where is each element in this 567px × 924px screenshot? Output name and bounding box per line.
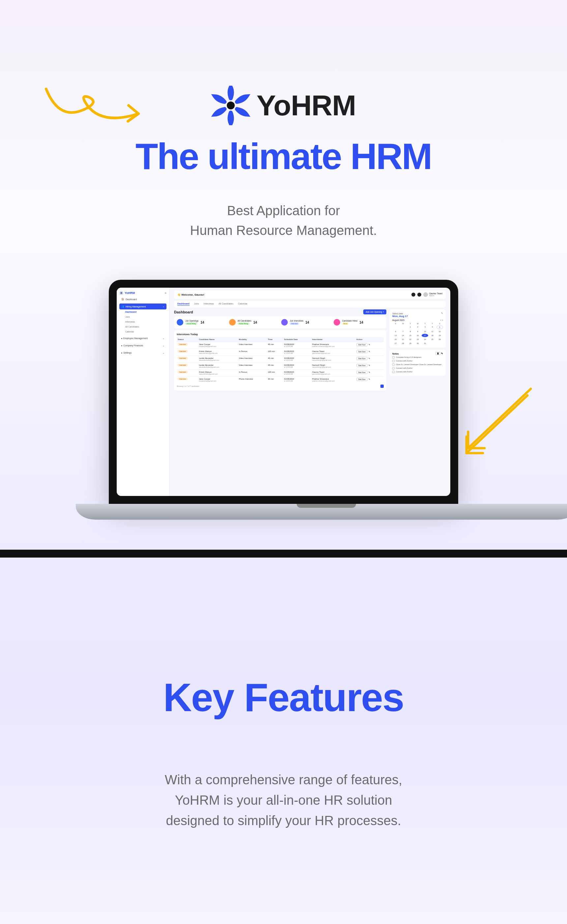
calendar-day[interactable]: 24 (422, 338, 428, 341)
svg-point-0 (227, 102, 235, 110)
checkbox-icon[interactable] (392, 371, 395, 373)
calendar-day[interactable]: 19 (436, 334, 443, 337)
note-item: Connect with Anshul (392, 367, 443, 369)
start-now-button[interactable]: Start Now (356, 350, 368, 353)
start-now-button[interactable]: Start Now (356, 371, 368, 374)
calendar-day[interactable]: 5 (436, 325, 443, 329)
hero-subhead: Best Application for Human Resource Mana… (0, 201, 567, 240)
calendar-day[interactable]: 9 (414, 330, 421, 333)
edit-icon[interactable]: ✎ (368, 364, 370, 366)
calendar-day[interactable]: 30 (414, 342, 421, 345)
sidebar-subitem[interactable]: Calendar (119, 329, 167, 334)
calendar-day[interactable]: 7 (400, 330, 406, 333)
calendar-day[interactable]: 13 (392, 334, 399, 337)
edit-icon[interactable]: ✎ (441, 312, 443, 315)
sidebar-subitem[interactable]: All Candidates (119, 324, 167, 329)
checkbox-icon[interactable] (392, 356, 395, 358)
tab[interactable]: Interviews (203, 303, 214, 306)
calendar-day[interactable]: 21 (400, 338, 406, 341)
table-header: Status (177, 337, 198, 342)
features-desc-line: YoHRM is your all-in-one HR solution (175, 793, 392, 807)
checkbox-icon[interactable] (392, 367, 395, 369)
table-title: Interviews Today (177, 333, 384, 336)
topbar-icon[interactable] (417, 292, 421, 297)
cal-next[interactable]: › (442, 319, 443, 321)
calendar-day[interactable]: 31 (422, 342, 428, 345)
calendar-selected-date: Mon, Aug 17 (392, 315, 443, 318)
calendar-day[interactable]: 10 (422, 330, 428, 333)
stat-icon (177, 319, 183, 326)
calendar-dow: W (414, 322, 421, 325)
pager-button[interactable] (381, 384, 384, 388)
calendar-day[interactable]: 28 (400, 342, 406, 345)
notes-action[interactable]: 🗑 (435, 352, 441, 355)
edit-icon[interactable]: ✎ (441, 352, 443, 355)
calendar-day[interactable]: 26 (436, 338, 443, 341)
add-job-button[interactable]: Add Job Opening + (363, 309, 387, 314)
sidebar-subitem[interactable]: Jobs (119, 314, 167, 320)
calendar-day[interactable]: 22 (407, 338, 414, 341)
stat-icon (281, 319, 288, 326)
sidebar-subitem[interactable]: Dashboard (119, 309, 167, 314)
sidebar-subitem[interactable]: Interviews (119, 320, 167, 324)
edit-icon[interactable]: ✎ (368, 357, 370, 360)
calendar-day[interactable]: 15 (407, 334, 414, 337)
calendar-day (400, 325, 406, 329)
notes-title: Notes (392, 352, 399, 355)
tab[interactable]: Jobs (194, 303, 199, 306)
start-now-button[interactable]: Start Now (356, 378, 368, 381)
table-row: InterviewKristin Watsonwatsonkristin@gma… (177, 349, 384, 356)
calendar-day[interactable]: 1 (407, 325, 414, 329)
dashboard-screenshot: YoHRM « 🏠 Dashboard 👥 Hiring Management⌄… (117, 288, 450, 496)
calendar-day[interactable]: 12 (436, 330, 443, 333)
features-desc-line: designed to simplify your HR processes. (166, 813, 401, 828)
desk-line (0, 550, 567, 558)
calendar-day[interactable]: 17 (422, 334, 428, 337)
calendar-dow: S (436, 322, 443, 325)
edit-icon[interactable]: ✎ (368, 351, 370, 352)
start-now-button[interactable]: Start Now (356, 364, 368, 367)
table-row: InterviewKristin Watsonwatsonkristin@gma… (177, 370, 384, 376)
table-paging: Showing 1 to 7 of 7 candidates (177, 384, 384, 388)
calendar-day[interactable]: 3 (422, 325, 428, 329)
edit-icon[interactable]: ✎ (368, 344, 370, 346)
calendar-day[interactable]: 20 (392, 338, 399, 341)
calendar-day[interactable]: 6 (392, 330, 399, 333)
calendar-day[interactable]: 29 (407, 342, 414, 345)
calendar-day[interactable]: 11 (429, 330, 435, 333)
sidebar-item-dashboard[interactable]: 🏠 Dashboard (119, 296, 167, 302)
tab[interactable]: Dashboard (177, 303, 190, 306)
tab[interactable]: Calendar (238, 303, 247, 306)
sidebar-item[interactable]: ▸ Settings⌄ (119, 350, 167, 356)
sidebar-item[interactable]: ▸ Company Finances⌄ (119, 343, 167, 349)
calendar-day (436, 342, 443, 345)
edit-icon[interactable]: ✎ (368, 378, 370, 380)
topbar-icon[interactable] (411, 292, 415, 297)
features-title: Key Features (0, 675, 567, 720)
note-item: Connect with Anshul (392, 371, 443, 373)
calendar-day[interactable]: 23 (414, 338, 421, 341)
table-row: InterviewLeslie Alexanderalexanderleslie… (177, 363, 384, 370)
svg-line-7 (122, 294, 123, 294)
checkbox-icon[interactable] (392, 360, 395, 362)
sidebar-item[interactable]: ▸ Employee Management⌄ (119, 336, 167, 341)
hero-sub1: Best Application for (227, 203, 340, 218)
cal-prev[interactable]: ‹ (441, 319, 441, 321)
calendar-day[interactable]: 4 (429, 325, 435, 329)
start-now-button[interactable]: Start Now (356, 343, 368, 346)
table-row: InterviewLeslie Alexanderalexanderleslie… (177, 356, 384, 363)
stat-item: Job InterviewsInterview14 (281, 319, 332, 326)
calendar-day[interactable]: 27 (392, 342, 399, 345)
start-now-button[interactable]: Start Now (356, 357, 368, 360)
tab[interactable]: All Candidates (218, 303, 233, 306)
checkbox-icon[interactable] (392, 363, 395, 366)
calendar-day[interactable]: 18 (429, 334, 435, 337)
edit-icon[interactable]: ✎ (368, 371, 370, 374)
calendar-day[interactable]: 16 (414, 334, 421, 337)
calendar-day[interactable]: 8 (407, 330, 414, 333)
sidebar-item-hiring[interactable]: 👥 Hiring Management⌄ (119, 303, 167, 309)
calendar-day[interactable]: 14 (400, 334, 406, 337)
calendar-day[interactable]: 2 (414, 325, 421, 329)
user-menu[interactable]: Gaurav Tiwari Admin (423, 292, 442, 297)
calendar-day[interactable]: 25 (429, 338, 435, 341)
